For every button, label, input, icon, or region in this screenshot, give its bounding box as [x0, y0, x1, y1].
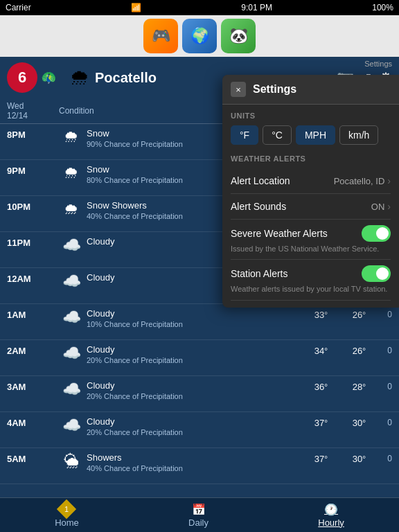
severe-weather-row: Severe Weather Alerts Issued by the US N… — [231, 220, 391, 260]
nav-daily[interactable]: 📅 Daily — [188, 503, 209, 528]
time-col: 4AM — [7, 416, 59, 428]
condition-text: Showers 40% Chance of Precipitation — [84, 452, 302, 472]
header-weather-icon: 🌨 — [70, 66, 89, 89]
weather-alerts-section-label: WEATHER ALERTS — [231, 154, 391, 163]
time-col: 8PM — [7, 128, 59, 140]
feels-value: 26° — [340, 308, 378, 320]
celsius-button[interactable]: °C — [263, 125, 292, 145]
temp-value: 37° — [302, 452, 340, 464]
wifi-icon: 📶 — [131, 3, 141, 12]
feels-value: 26° — [340, 344, 378, 356]
time-col: 9PM — [7, 164, 59, 176]
ad-banner: 🎮 🌍 🐼 — [0, 15, 399, 57]
ad-icon-3: 🐼 — [221, 19, 256, 53]
time-col: 12AM — [7, 272, 59, 284]
logo-area: 6 🦚 — [7, 62, 56, 93]
time-col: 5AM — [7, 452, 59, 464]
settings-label: Settings — [364, 60, 392, 68]
nav-home[interactable]: 1 Home — [55, 502, 79, 528]
hourly-label: Hourly — [318, 517, 344, 528]
condition-text: Cloudy 20% Chance of Precipitation — [84, 416, 302, 436]
chevron-right-icon: › — [387, 175, 391, 186]
extra-value: 0 — [378, 416, 392, 427]
extra-value: 0 — [378, 308, 392, 319]
nav-hourly[interactable]: 🕐 Hourly — [318, 503, 344, 528]
condition-text: Cloudy 20% Chance of Precipitation — [84, 380, 302, 400]
extra-value: 0 — [378, 344, 392, 355]
kmh-button[interactable]: km/h — [339, 125, 378, 145]
carrier-label: Carrier — [6, 3, 31, 12]
condition-icon: 🌨 — [59, 128, 84, 146]
date-col-header: Wed 12/14 — [7, 101, 59, 121]
temp-value: 36° — [302, 380, 340, 392]
condition-icon: 🌨 — [59, 164, 84, 182]
extra-value: 0 — [378, 452, 392, 463]
nbc-peacock-icon: 🦚 — [41, 70, 56, 85]
condition-icon: ☁️ — [59, 272, 84, 290]
alert-location-row[interactable]: Alert Location Pocatello, ID › — [231, 168, 391, 194]
mph-button[interactable]: MPH — [296, 125, 335, 145]
extra-value: 0 — [378, 380, 392, 391]
condition-icon: ☁️ — [59, 236, 84, 254]
alert-location-label: Alert Location — [231, 175, 290, 186]
table-row: 5AM 🌦 Showers 40% Chance of Precipitatio… — [0, 448, 399, 484]
table-row: 3AM ☁️ Cloudy 20% Chance of Precipitatio… — [0, 376, 399, 412]
hourly-icon: 🕐 — [324, 503, 338, 516]
time-col: 1AM — [7, 308, 59, 320]
condition-text: Cloudy 20% Chance of Precipitation — [84, 344, 302, 364]
chevron-right-icon-sounds: › — [387, 201, 391, 212]
severe-weather-label: Severe Weather Alerts — [231, 228, 328, 239]
settings-title: Settings — [253, 83, 296, 96]
alert-sounds-label: Alert Sounds — [231, 201, 286, 212]
settings-body: UNITS °F °C MPH km/h WEATHER ALERTS Aler… — [222, 105, 399, 308]
time-col: 3AM — [7, 380, 59, 392]
condition-icon: ☁️ — [59, 380, 84, 398]
feels-value: 28° — [340, 380, 378, 392]
table-row: 1AM ☁️ Cloudy 10% Chance of Precipitatio… — [0, 304, 399, 340]
feels-value: 30° — [340, 416, 378, 428]
close-button[interactable]: × — [231, 82, 246, 97]
condition-icon: ☁️ — [59, 416, 84, 434]
fahrenheit-button[interactable]: °F — [231, 125, 258, 145]
station-alerts-label: Station Alerts — [231, 268, 288, 279]
feels-value: 30° — [340, 452, 378, 464]
severe-weather-desc: Issued by the US National Weather Servic… — [231, 244, 391, 254]
time-col: 11PM — [7, 236, 59, 248]
bottom-nav: 1 Home 📅 Daily 🕐 Hourly — [0, 497, 399, 532]
time-col: 10PM — [7, 200, 59, 212]
alert-sounds-value: ON › — [371, 201, 391, 212]
ad-icon-1: 🎮 — [143, 19, 178, 53]
status-bar: Carrier 📶 9:01 PM 100% — [0, 0, 399, 15]
condition-icon: 🌧 — [59, 200, 84, 218]
table-row: 4AM ☁️ Cloudy 20% Chance of Precipitatio… — [0, 412, 399, 448]
temp-value: 37° — [302, 416, 340, 428]
temp-value: 34° — [302, 344, 340, 356]
alert-sounds-row[interactable]: Alert Sounds ON › — [231, 194, 391, 220]
condition-icon: ☁️ — [59, 308, 84, 326]
units-section-label: UNITS — [231, 112, 391, 120]
home-diamond-icon: 1 — [57, 499, 76, 519]
temp-value: 33° — [302, 308, 340, 320]
station-alerts-toggle[interactable] — [362, 265, 391, 282]
city-name: Pocatello — [95, 70, 157, 86]
daily-icon: 📅 — [192, 503, 206, 516]
station-alerts-desc: Weather alerts issued by your local TV s… — [231, 284, 391, 294]
severe-weather-toggle[interactable] — [362, 225, 391, 242]
ad-icon-2: 🌍 — [182, 19, 217, 53]
alert-location-value: Pocatello, ID › — [334, 175, 391, 186]
time-col: 2AM — [7, 344, 59, 356]
home-label: Home — [55, 517, 79, 528]
channel-logo: 6 — [7, 62, 37, 93]
table-row: 2AM ☁️ Cloudy 20% Chance of Precipitatio… — [0, 340, 399, 376]
settings-panel: × Settings UNITS °F °C MPH km/h WEATHER … — [222, 75, 399, 308]
condition-text: Cloudy 10% Chance of Precipitation — [84, 308, 302, 328]
settings-header: × Settings — [222, 75, 399, 105]
daily-label: Daily — [188, 517, 209, 528]
time-display: 9:01 PM — [241, 3, 272, 12]
station-alerts-row: Station Alerts Weather alerts issued by … — [231, 260, 391, 300]
units-buttons: °F °C MPH km/h — [231, 125, 391, 145]
condition-icon: 🌦 — [59, 452, 84, 470]
battery-label: 100% — [372, 3, 393, 12]
condition-icon: ☁️ — [59, 344, 84, 362]
